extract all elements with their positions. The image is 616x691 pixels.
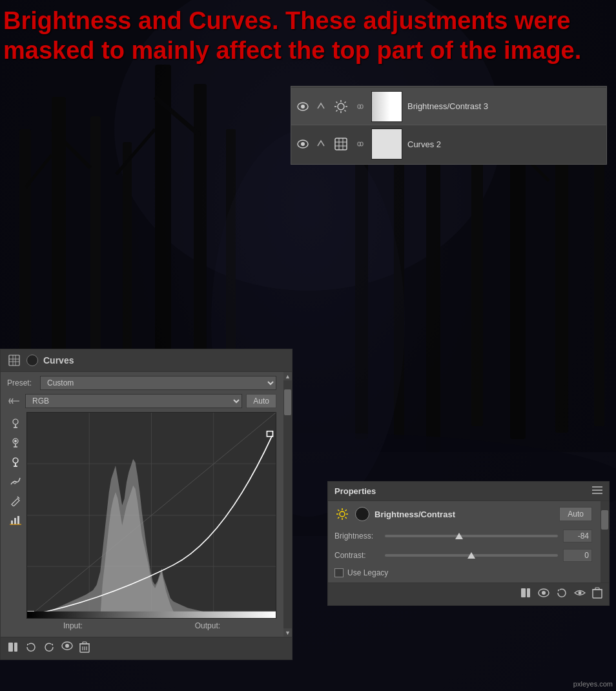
properties-scroll-thumb[interactable] <box>601 510 608 530</box>
properties-scrollbar[interactable] <box>601 501 609 583</box>
curves-title: Curves <box>43 355 74 366</box>
layer-chain-2 <box>354 138 366 150</box>
properties-delete-icon[interactable] <box>592 587 602 601</box>
input-output-row: Input: Output: <box>7 619 276 633</box>
preset-select[interactable]: Custom <box>40 376 276 390</box>
curves-adjustment-icon <box>333 136 349 152</box>
brightness-icon <box>334 506 350 522</box>
contrast-row: Contrast: 0 <box>334 549 592 562</box>
auto-button[interactable]: Auto <box>246 394 276 408</box>
preset-row: Preset: Custom <box>7 376 276 390</box>
svg-rect-66 <box>14 518 16 524</box>
properties-clip-icon[interactable] <box>520 587 531 601</box>
curves-body: ▲ ▼ Preset: Custom <box>1 372 292 637</box>
curves-graph[interactable] <box>26 412 276 619</box>
layer-visibility-eye-2[interactable] <box>296 138 309 150</box>
brightness-value: -84 <box>563 530 592 542</box>
svg-rect-80 <box>8 643 13 652</box>
properties-menu-icon[interactable] <box>592 486 602 497</box>
svg-line-100 <box>338 517 339 519</box>
layer-link-icon-2 <box>314 138 327 150</box>
layer-item-brightness[interactable]: Brightness/Contrast 3 <box>291 88 606 125</box>
title-text: Brightness and Curves. These adjustments… <box>3 6 616 65</box>
contrast-value: 0 <box>563 549 592 562</box>
svg-rect-86 <box>83 642 87 644</box>
scroll-thumb[interactable] <box>284 389 291 415</box>
properties-eye-icon[interactable] <box>574 588 586 600</box>
contrast-track[interactable] <box>385 554 558 557</box>
histogram-tool[interactable] <box>7 511 24 528</box>
curves-bottom-bar <box>1 637 292 659</box>
layer-item-curves[interactable]: Curves 2 <box>291 125 606 163</box>
properties-title: Properties <box>334 486 376 496</box>
adjustment-name: Brightness/Contrast <box>375 510 455 519</box>
layer-name-1: Brightness/Contrast 3 <box>407 101 601 111</box>
svg-rect-47 <box>360 142 363 146</box>
curves-clip-icon[interactable] <box>7 641 19 655</box>
svg-line-33 <box>345 110 346 111</box>
svg-rect-107 <box>593 590 602 598</box>
curves-delete-icon[interactable] <box>79 641 90 655</box>
brightness-thumb[interactable] <box>455 533 463 539</box>
input-label: Input: <box>63 621 83 630</box>
curves-bottom-icons <box>7 641 90 655</box>
layer-thumb-2 <box>371 129 402 160</box>
svg-point-61 <box>13 458 18 463</box>
svg-rect-15 <box>594 142 604 426</box>
curves-reset-icon[interactable] <box>25 641 37 655</box>
properties-auto-button[interactable]: Auto <box>559 507 592 521</box>
properties-reset-icon[interactable] <box>556 587 568 601</box>
svg-rect-14 <box>555 123 568 433</box>
adjustment-header: Brightness/Contrast Auto <box>334 506 592 522</box>
svg-line-101 <box>345 510 347 511</box>
use-legacy-checkbox[interactable] <box>334 568 344 577</box>
brightness-slider[interactable] <box>385 530 558 542</box>
svg-point-105 <box>542 591 546 595</box>
pencil-tool[interactable] <box>7 492 24 509</box>
contrast-thumb[interactable] <box>467 552 475 559</box>
brightness-track[interactable] <box>385 535 558 537</box>
svg-rect-48 <box>9 355 19 366</box>
curve-adjust-tool[interactable] <box>7 473 24 490</box>
properties-body: Brightness/Contrast Auto Brightness: -84… <box>328 501 609 583</box>
adjustment-mask <box>355 507 369 521</box>
svg-rect-65 <box>11 521 13 524</box>
svg-point-26 <box>301 105 305 108</box>
layer-visibility-eye-1[interactable] <box>296 100 309 113</box>
contrast-slider[interactable] <box>385 549 558 562</box>
svg-rect-81 <box>14 643 17 652</box>
layer-link-icon-1 <box>314 100 327 113</box>
svg-line-34 <box>336 110 338 111</box>
svg-line-98 <box>338 510 339 511</box>
svg-point-83 <box>65 644 69 648</box>
layer-name-2: Curves 2 <box>407 139 601 149</box>
eyedropper-tool-3[interactable] <box>7 453 24 470</box>
eyedropper-tool-1[interactable] <box>7 415 24 431</box>
channel-arrows-icon <box>7 394 21 408</box>
eyedropper-tool-2[interactable] <box>7 434 24 451</box>
properties-content: Brightness/Contrast Auto Brightness: -84… <box>334 506 602 577</box>
curves-graph-container <box>7 412 276 619</box>
curves-scrollbar[interactable]: ▲ ▼ <box>283 372 292 637</box>
properties-visibility-icon[interactable] <box>538 588 549 600</box>
use-legacy-label: Use Legacy <box>347 568 388 577</box>
curves-mask-icon <box>26 355 38 366</box>
svg-rect-37 <box>360 105 363 108</box>
scroll-down-arrow[interactable]: ▼ <box>283 628 292 637</box>
brightness-adjustment-icon <box>333 98 349 115</box>
svg-point-106 <box>579 592 582 595</box>
curves-tools <box>7 412 24 619</box>
svg-point-93 <box>340 511 345 517</box>
curves-icon <box>7 353 21 367</box>
svg-rect-41 <box>335 138 347 150</box>
svg-line-99 <box>345 517 347 519</box>
svg-rect-102 <box>521 588 526 597</box>
properties-panel: Properties <box>327 481 610 606</box>
layer-chain-1 <box>354 101 366 112</box>
channel-select[interactable]: RGB Red Green Blue <box>25 394 242 408</box>
scroll-up-arrow[interactable]: ▲ <box>283 372 292 380</box>
curves-eye-icon[interactable] <box>61 641 73 655</box>
brightness-row: Brightness: -84 <box>334 530 592 542</box>
layer-thumb-1 <box>371 91 402 122</box>
curves-undo-icon[interactable] <box>43 641 55 655</box>
